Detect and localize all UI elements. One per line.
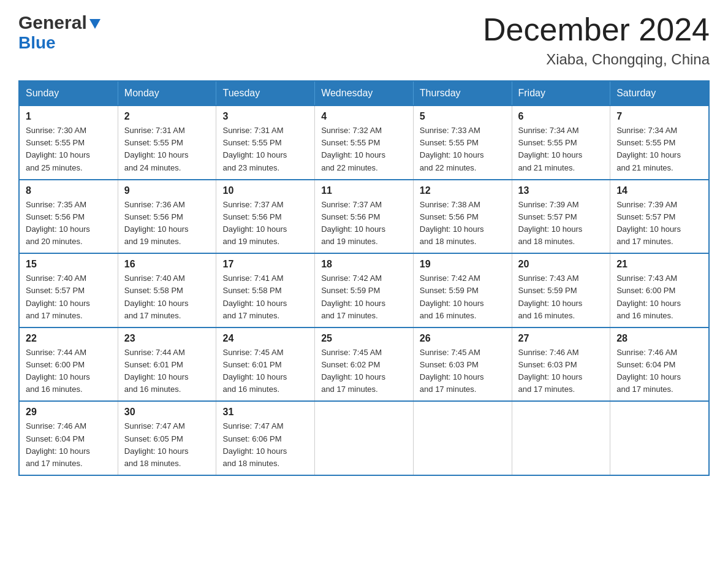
day-number: 12 [420, 185, 506, 196]
calendar-cell: 5Sunrise: 7:33 AM Sunset: 5:55 PM Daylig… [413, 105, 512, 180]
day-info: Sunrise: 7:31 AM Sunset: 5:55 PM Dayligh… [222, 124, 308, 174]
day-info: Sunrise: 7:43 AM Sunset: 6:00 PM Dayligh… [616, 272, 702, 322]
header-tuesday: Tuesday [216, 81, 315, 105]
day-number: 27 [518, 333, 604, 344]
day-number: 9 [124, 185, 210, 196]
header-thursday: Thursday [413, 81, 512, 105]
calendar-cell: 10Sunrise: 7:37 AM Sunset: 5:56 PM Dayli… [216, 180, 315, 254]
header-monday: Monday [118, 81, 216, 105]
calendar-cell: 26Sunrise: 7:45 AM Sunset: 6:03 PM Dayli… [413, 327, 512, 402]
calendar-cell: 29Sunrise: 7:46 AM Sunset: 6:04 PM Dayli… [19, 401, 118, 475]
day-info: Sunrise: 7:39 AM Sunset: 5:57 PM Dayligh… [616, 199, 702, 248]
day-number: 1 [26, 111, 112, 122]
day-info: Sunrise: 7:39 AM Sunset: 5:57 PM Dayligh… [518, 199, 604, 248]
calendar-cell: 1Sunrise: 7:30 AM Sunset: 5:55 PM Daylig… [19, 105, 118, 180]
day-info: Sunrise: 7:46 AM Sunset: 6:03 PM Dayligh… [518, 347, 604, 396]
calendar-cell: 13Sunrise: 7:39 AM Sunset: 5:57 PM Dayli… [512, 180, 610, 254]
day-number: 4 [321, 111, 407, 122]
calendar-cell: 3Sunrise: 7:31 AM Sunset: 5:55 PM Daylig… [216, 105, 315, 180]
calendar-cell: 16Sunrise: 7:40 AM Sunset: 5:58 PM Dayli… [118, 253, 216, 327]
day-info: Sunrise: 7:46 AM Sunset: 6:04 PM Dayligh… [616, 347, 702, 396]
day-number: 24 [222, 333, 308, 344]
day-info: Sunrise: 7:36 AM Sunset: 5:56 PM Dayligh… [124, 199, 210, 248]
day-info: Sunrise: 7:38 AM Sunset: 5:56 PM Dayligh… [420, 199, 506, 248]
calendar-cell [512, 401, 610, 475]
day-info: Sunrise: 7:33 AM Sunset: 5:55 PM Dayligh… [420, 124, 506, 174]
day-info: Sunrise: 7:41 AM Sunset: 5:58 PM Dayligh… [222, 272, 308, 322]
day-number: 28 [616, 333, 702, 344]
header-saturday: Saturday [610, 81, 709, 105]
day-info: Sunrise: 7:44 AM Sunset: 6:00 PM Dayligh… [26, 347, 112, 396]
day-number: 26 [420, 333, 506, 344]
calendar-cell: 18Sunrise: 7:42 AM Sunset: 5:59 PM Dayli… [315, 253, 414, 327]
day-info: Sunrise: 7:37 AM Sunset: 5:56 PM Dayligh… [222, 199, 308, 248]
calendar-cell: 23Sunrise: 7:44 AM Sunset: 6:01 PM Dayli… [118, 327, 216, 402]
calendar-cell: 15Sunrise: 7:40 AM Sunset: 5:57 PM Dayli… [19, 253, 118, 327]
day-number: 8 [26, 185, 112, 196]
day-number: 5 [420, 111, 506, 122]
day-number: 15 [26, 259, 112, 270]
calendar-cell [315, 401, 414, 475]
day-info: Sunrise: 7:47 AM Sunset: 6:06 PM Dayligh… [222, 420, 308, 470]
svg-marker-0 [89, 19, 100, 29]
calendar-cell: 30Sunrise: 7:47 AM Sunset: 6:05 PM Dayli… [118, 401, 216, 475]
calendar-cell: 22Sunrise: 7:44 AM Sunset: 6:00 PM Dayli… [19, 327, 118, 402]
calendar-cell: 9Sunrise: 7:36 AM Sunset: 5:56 PM Daylig… [118, 180, 216, 254]
calendar-body: 1Sunrise: 7:30 AM Sunset: 5:55 PM Daylig… [19, 105, 709, 475]
day-info: Sunrise: 7:31 AM Sunset: 5:55 PM Dayligh… [124, 124, 210, 174]
day-info: Sunrise: 7:37 AM Sunset: 5:56 PM Dayligh… [321, 199, 407, 248]
day-number: 16 [124, 259, 210, 270]
day-info: Sunrise: 7:40 AM Sunset: 5:57 PM Dayligh… [26, 272, 112, 322]
day-number: 18 [321, 259, 407, 270]
day-info: Sunrise: 7:47 AM Sunset: 6:05 PM Dayligh… [124, 420, 210, 470]
day-number: 22 [26, 333, 112, 344]
day-info: Sunrise: 7:44 AM Sunset: 6:01 PM Dayligh… [124, 347, 210, 396]
day-number: 7 [616, 111, 702, 122]
header-wednesday: Wednesday [315, 81, 414, 105]
page-subtitle: Xiaba, Chongqing, China [483, 51, 710, 68]
calendar-cell: 17Sunrise: 7:41 AM Sunset: 5:58 PM Dayli… [216, 253, 315, 327]
calendar-cell: 20Sunrise: 7:43 AM Sunset: 5:59 PM Dayli… [512, 253, 610, 327]
day-info: Sunrise: 7:45 AM Sunset: 6:02 PM Dayligh… [321, 347, 407, 396]
calendar-cell: 21Sunrise: 7:43 AM Sunset: 6:00 PM Dayli… [610, 253, 709, 327]
day-number: 14 [616, 185, 702, 196]
calendar-cell: 27Sunrise: 7:46 AM Sunset: 6:03 PM Dayli… [512, 327, 610, 402]
day-info: Sunrise: 7:34 AM Sunset: 5:55 PM Dayligh… [616, 124, 702, 174]
calendar-cell: 2Sunrise: 7:31 AM Sunset: 5:55 PM Daylig… [118, 105, 216, 180]
day-info: Sunrise: 7:32 AM Sunset: 5:55 PM Dayligh… [321, 124, 407, 174]
calendar-cell [610, 401, 709, 475]
day-info: Sunrise: 7:45 AM Sunset: 6:03 PM Dayligh… [420, 347, 506, 396]
day-info: Sunrise: 7:43 AM Sunset: 5:59 PM Dayligh… [518, 272, 604, 322]
calendar-cell: 11Sunrise: 7:37 AM Sunset: 5:56 PM Dayli… [315, 180, 414, 254]
calendar-cell: 14Sunrise: 7:39 AM Sunset: 5:57 PM Dayli… [610, 180, 709, 254]
day-number: 21 [616, 259, 702, 270]
calendar-cell: 4Sunrise: 7:32 AM Sunset: 5:55 PM Daylig… [315, 105, 414, 180]
logo: General Blue [18, 12, 102, 53]
day-number: 17 [222, 259, 308, 270]
day-info: Sunrise: 7:40 AM Sunset: 5:58 PM Dayligh… [124, 272, 210, 322]
day-number: 3 [222, 111, 308, 122]
day-info: Sunrise: 7:42 AM Sunset: 5:59 PM Dayligh… [420, 272, 506, 322]
day-number: 23 [124, 333, 210, 344]
day-info: Sunrise: 7:45 AM Sunset: 6:01 PM Dayligh… [222, 347, 308, 396]
header-friday: Friday [512, 81, 610, 105]
logo-blue-text: Blue [18, 33, 56, 53]
day-info: Sunrise: 7:35 AM Sunset: 5:56 PM Dayligh… [26, 199, 112, 248]
calendar-table: Sunday Monday Tuesday Wednesday Thursday… [18, 80, 710, 476]
day-number: 19 [420, 259, 506, 270]
calendar-cell: 25Sunrise: 7:45 AM Sunset: 6:02 PM Dayli… [315, 327, 414, 402]
day-info: Sunrise: 7:46 AM Sunset: 6:04 PM Dayligh… [26, 420, 112, 470]
day-number: 29 [26, 407, 112, 418]
calendar-cell [413, 401, 512, 475]
title-area: December 2024 Xiaba, Chongqing, China [483, 12, 710, 68]
header-sunday: Sunday [19, 81, 118, 105]
day-number: 20 [518, 259, 604, 270]
calendar-cell: 28Sunrise: 7:46 AM Sunset: 6:04 PM Dayli… [610, 327, 709, 402]
calendar-cell: 7Sunrise: 7:34 AM Sunset: 5:55 PM Daylig… [610, 105, 709, 180]
day-number: 11 [321, 185, 407, 196]
page-title: December 2024 [483, 12, 710, 47]
logo-general-text: General [18, 12, 87, 33]
calendar-cell: 6Sunrise: 7:34 AM Sunset: 5:55 PM Daylig… [512, 105, 610, 180]
day-number: 2 [124, 111, 210, 122]
day-number: 30 [124, 407, 210, 418]
